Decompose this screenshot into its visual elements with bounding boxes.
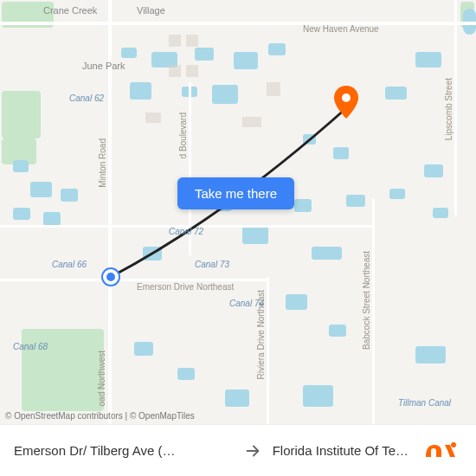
road-label: d Boulevard xyxy=(178,113,188,158)
destination-label[interactable]: Florida Institute Of Te… xyxy=(273,443,408,458)
road-label: New Haven Avenue xyxy=(303,24,379,34)
arrow-right-icon xyxy=(243,441,262,460)
road-label: Lipscomb Street xyxy=(444,78,453,140)
road-label: Babcock Street Northeast xyxy=(362,251,371,350)
place-label: June Park xyxy=(82,61,125,71)
canal-label: Canal 62 xyxy=(69,93,104,103)
map-background xyxy=(0,0,476,424)
canal-label: Canal 74 xyxy=(229,299,264,308)
road-label: Emerson Drive Northeast xyxy=(137,282,234,292)
origin-label[interactable]: Emerson Dr/ Tilberg Ave (… xyxy=(14,443,233,458)
map-attribution: © OpenStreetMap contributors | © OpenMap… xyxy=(5,411,195,421)
moovit-logo-icon[interactable] xyxy=(419,438,462,464)
map-viewport[interactable]: Crane Creek Village June Park New Haven … xyxy=(0,0,476,424)
svg-point-0 xyxy=(342,93,351,102)
canal-label: Canal 68 xyxy=(13,342,48,351)
canal-label: Canal 72 xyxy=(169,227,203,236)
place-label: Crane Creek xyxy=(43,5,97,16)
road-label: Minton Road xyxy=(98,138,107,188)
canal-label: Canal 73 xyxy=(195,260,229,269)
destination-marker[interactable] xyxy=(334,86,358,122)
place-label: Village xyxy=(137,5,165,16)
origin-marker[interactable] xyxy=(103,269,119,285)
svg-point-1 xyxy=(451,442,456,447)
canal-label: Canal 66 xyxy=(52,260,87,269)
road-label: oad Northwest xyxy=(97,351,106,406)
take-me-there-button[interactable]: Take me there xyxy=(177,177,294,209)
canal-label: Tillman Canal xyxy=(398,398,451,408)
route-summary-bar: Emerson Dr/ Tilberg Ave (… Florida Insti… xyxy=(0,424,476,476)
